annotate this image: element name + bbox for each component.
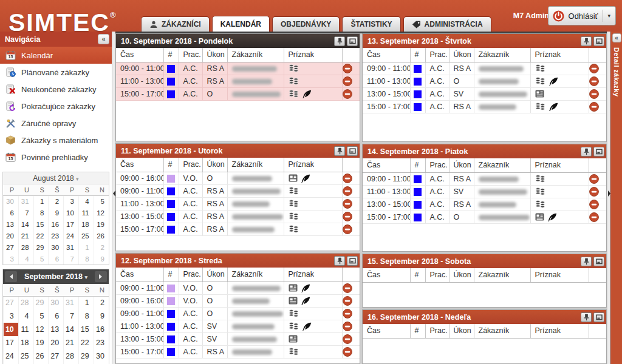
calendar-day[interactable]: 4 xyxy=(18,253,33,265)
calendar-day[interactable]: 3 xyxy=(64,195,79,207)
pin-panel-button[interactable] xyxy=(581,147,592,157)
column-header-[interactable]: # xyxy=(410,324,425,338)
calendar-day[interactable]: 10 xyxy=(64,207,79,218)
delete-appointment-button[interactable] xyxy=(342,172,360,184)
calendar-day[interactable]: 1 xyxy=(33,195,49,207)
tab-zakaznici[interactable]: ZÁKAZNÍCI xyxy=(141,16,210,32)
calendar-day[interactable]: 31 xyxy=(64,241,79,253)
splitter-collapse-arrow[interactable] xyxy=(113,190,115,197)
minimize-panel-button[interactable] xyxy=(347,146,358,156)
sidebar-item-povinne-prehliadky[interactable]: 15Povinné prehliadky xyxy=(0,149,112,166)
column-header-cas[interactable]: Čas xyxy=(363,158,410,172)
column-header-prac[interactable]: Prac. xyxy=(179,48,202,62)
calendar-day[interactable]: 2 xyxy=(94,241,109,253)
minimize-panel-button[interactable] xyxy=(593,257,604,266)
appointment-row[interactable]: 09:00 - 11:00A.C.RS A xyxy=(116,184,360,197)
delete-appointment-button[interactable] xyxy=(589,198,606,211)
column-header-cas[interactable]: Čas xyxy=(363,324,410,338)
column-header-zakaznik[interactable]: Zákazník xyxy=(227,268,284,281)
column-header-priznak[interactable]: Príznak xyxy=(530,324,589,338)
calendar-day[interactable]: 21 xyxy=(64,336,79,349)
calendar-day[interactable]: 27 xyxy=(4,241,19,253)
column-header-zakaznik[interactable]: Zákazník xyxy=(474,268,530,282)
calendar-day[interactable]: 30 xyxy=(4,195,19,207)
calendar-day[interactable]: 28 xyxy=(18,296,33,309)
column-header-ukon[interactable]: Úkon xyxy=(449,324,474,338)
column-header-cas[interactable]: Čas xyxy=(363,48,410,62)
column-header-cas[interactable]: Čas xyxy=(363,268,410,282)
calendar-title-bar[interactable]: August 2018 ▾ xyxy=(3,172,109,184)
delete-appointment-button[interactable] xyxy=(342,307,360,320)
calendar-day[interactable]: 29 xyxy=(33,296,49,309)
column-header-ukon[interactable]: Úkon xyxy=(449,268,474,282)
sidebar-item-pokracujuce-zakazky[interactable]: Pokračujúce zákazky xyxy=(0,98,112,115)
pin-panel-button[interactable] xyxy=(334,256,345,266)
calendar-day[interactable]: 5 xyxy=(33,309,49,323)
column-header-ukon[interactable]: Úkon xyxy=(202,48,227,62)
sidebar-splitter[interactable] xyxy=(112,32,115,364)
column-header-zakaznik[interactable]: Zákazník xyxy=(474,48,530,62)
calendar-day[interactable]: 8 xyxy=(78,253,94,265)
delete-appointment-button[interactable] xyxy=(589,211,606,223)
calendar-day[interactable]: 21 xyxy=(18,230,33,241)
calendar-day[interactable]: 2 xyxy=(94,296,109,309)
delete-appointment-button[interactable] xyxy=(342,345,360,358)
calendar-day[interactable]: 6 xyxy=(4,207,19,218)
column-header-[interactable]: # xyxy=(163,48,179,62)
appointment-row[interactable]: 15:00 - 17:00A.C.O xyxy=(363,211,606,223)
column-header-cas[interactable]: Čas xyxy=(116,268,163,281)
calendar-day[interactable]: 1 xyxy=(78,241,94,253)
calendar-day[interactable]: 13 xyxy=(49,323,64,336)
calendar-day[interactable]: 31 xyxy=(64,296,79,309)
column-header-priznak[interactable]: Príznak xyxy=(284,158,342,172)
calendar-day[interactable]: 19 xyxy=(94,218,109,230)
appointment-row[interactable]: 09:00 - 11:00A.C.RS A xyxy=(116,62,360,75)
calendar-day[interactable]: 14 xyxy=(64,323,79,336)
column-header-priznak[interactable]: Príznak xyxy=(530,48,589,62)
column-header-priznak[interactable]: Príznak xyxy=(530,158,589,172)
appointment-row[interactable]: 09:00 - 11:00A.C.RS A xyxy=(363,62,606,75)
column-header-[interactable]: # xyxy=(410,158,425,172)
calendar-day[interactable]: 3 xyxy=(4,309,19,323)
logout-dropdown-caret[interactable]: ▾ xyxy=(607,13,610,19)
calendar-day[interactable]: 11 xyxy=(18,323,33,336)
appointment-row[interactable]: 09:00 - 16:00V.O.O xyxy=(116,294,360,307)
appointment-row[interactable]: 11:00 - 13:00A.C.SV xyxy=(363,185,606,198)
column-header-zakaznik[interactable]: Zákazník xyxy=(227,158,284,172)
column-header-prac[interactable]: Prac. xyxy=(425,158,449,172)
calendar-day[interactable]: 20 xyxy=(4,230,19,241)
calendar-day[interactable]: 7 xyxy=(64,253,79,265)
calendar-day[interactable]: 29 xyxy=(33,241,49,253)
column-header-priznak[interactable]: Príznak xyxy=(284,48,342,62)
pin-panel-button[interactable] xyxy=(581,312,592,322)
calendar-day[interactable]: 18 xyxy=(78,218,94,230)
calendar-day[interactable]: 22 xyxy=(78,336,94,349)
calendar-day[interactable]: 20 xyxy=(49,336,64,349)
calendar-day[interactable]: 11 xyxy=(78,207,94,218)
calendar-day[interactable]: 26 xyxy=(33,349,49,363)
pin-panel-button[interactable] xyxy=(334,36,345,46)
pin-panel-button[interactable] xyxy=(581,36,592,46)
column-header-priznak[interactable]: Príznak xyxy=(284,268,342,281)
appointment-row[interactable]: 15:00 - 17:00A.C.RS A xyxy=(116,223,360,235)
delete-appointment-button[interactable] xyxy=(342,87,360,100)
column-header-prac[interactable]: Prac. xyxy=(179,268,202,281)
calendar-day[interactable]: 13 xyxy=(4,218,19,230)
column-header-prac[interactable]: Prac. xyxy=(425,324,449,338)
minimize-panel-button[interactable] xyxy=(593,147,604,157)
sidebar-item-neukoncene-zakazky[interactable]: Neukončené zákazky xyxy=(0,81,112,98)
delete-appointment-button[interactable] xyxy=(342,197,360,210)
calendar-day[interactable]: 6 xyxy=(49,253,64,265)
appointment-row[interactable]: 15:00 - 17:00A.C.RS A xyxy=(116,345,360,358)
delete-appointment-button[interactable] xyxy=(342,210,360,223)
appointment-row[interactable]: 15:00 - 17:00A.C.O xyxy=(116,87,360,100)
appointment-row[interactable]: 13:00 - 15:00A.C.RS A xyxy=(116,210,360,223)
calendar-day[interactable]: 18 xyxy=(18,336,33,349)
delete-appointment-button[interactable] xyxy=(342,320,360,332)
column-header-ukon[interactable]: Úkon xyxy=(449,48,474,62)
column-header-[interactable]: # xyxy=(163,158,179,172)
calendar-day[interactable]: 5 xyxy=(33,253,49,265)
sidebar-item-zakazky-s-materialom[interactable]: Zákazky s materiálom xyxy=(0,132,112,149)
delete-appointment-button[interactable] xyxy=(589,75,606,87)
minimize-panel-button[interactable] xyxy=(347,256,358,266)
